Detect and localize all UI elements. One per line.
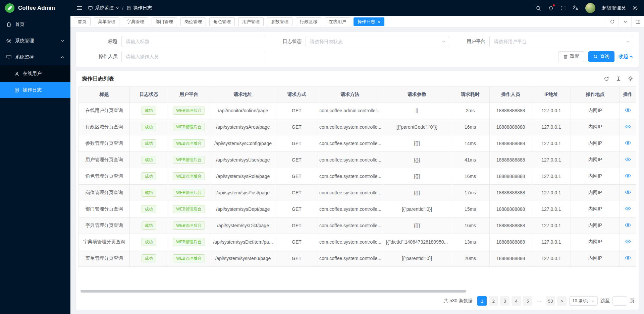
- notification-bell-icon[interactable]: [548, 5, 554, 11]
- topbar-left: 系统监控 / 操作日志: [76, 5, 152, 11]
- column-header: IP地址: [532, 87, 571, 103]
- page-button[interactable]: 53: [546, 296, 555, 306]
- tab[interactable]: 行政区域: [296, 17, 321, 26]
- cell-action: [620, 201, 636, 217]
- tab-label: 操作日志: [358, 19, 375, 25]
- tab[interactable]: 在线用户: [325, 17, 350, 26]
- table-row: 角色管理分页查询成功WEB管理后台/api/system/sysRole/pag…: [79, 168, 636, 185]
- cell-status: 成功: [130, 168, 168, 185]
- cell-status: 成功: [130, 201, 168, 217]
- tab[interactable]: 角色管理: [209, 17, 235, 26]
- cell-params: [{}]: [383, 168, 451, 185]
- sidebar: Coffee Admin 首页 系统管理 系统监控 在线用户: [0, 0, 70, 314]
- chevron-up-icon: [60, 55, 64, 59]
- sidebar-item-home[interactable]: 首页: [0, 16, 70, 33]
- column-header: 标题: [79, 87, 130, 103]
- tab-close-icon[interactable]: ×: [377, 19, 380, 24]
- eye-icon: [625, 124, 631, 129]
- cell-platform: WEB管理后台: [168, 135, 210, 152]
- jump-page-input[interactable]: [612, 296, 627, 306]
- view-detail-button[interactable]: [625, 206, 631, 211]
- user-platform-select[interactable]: [489, 36, 633, 47]
- sidebar-item-label: 系统管理: [15, 38, 34, 44]
- cell-ip: 127.0.0.1: [532, 135, 571, 152]
- operator-input[interactable]: [121, 51, 265, 62]
- tab[interactable]: 字典管理: [123, 17, 148, 26]
- log-list-header: 操作日志列表: [78, 71, 636, 86]
- reset-button[interactable]: 重置: [558, 51, 584, 62]
- page-button[interactable]: 5: [523, 296, 532, 306]
- fullscreen-icon[interactable]: [560, 5, 566, 11]
- page-button[interactable]: 2: [489, 296, 498, 306]
- cell-platform: WEB管理后台: [168, 217, 210, 234]
- next-page-button[interactable]: >: [557, 296, 567, 306]
- cell-params: [{}]: [383, 135, 451, 152]
- cell-location: 内网IP: [571, 119, 620, 135]
- filter-row-2: 操作人员 重置 查询: [81, 51, 633, 62]
- view-detail-button[interactable]: [625, 174, 631, 178]
- search-button[interactable]: 查询: [588, 51, 614, 62]
- jump-suffix-text: 页: [630, 298, 635, 304]
- cell-url: /api/system/sysRole/page: [210, 168, 276, 185]
- collapse-filter-link[interactable]: 收起: [619, 54, 633, 60]
- cell-method: GET: [276, 234, 317, 250]
- tab[interactable]: 用户管理: [238, 17, 264, 26]
- view-detail-button[interactable]: [625, 157, 631, 162]
- logo[interactable]: Coffee Admin: [0, 0, 70, 16]
- cell-url: /api/system/sysArea/page: [210, 119, 276, 135]
- row-height-icon[interactable]: [616, 76, 621, 81]
- username[interactable]: 超级管理员: [602, 5, 626, 11]
- tab[interactable]: 部门管理: [152, 17, 177, 26]
- table-refresh-icon[interactable]: [604, 76, 609, 81]
- layout-panel-icon[interactable]: [631, 16, 644, 27]
- tab[interactable]: 参数管理: [267, 17, 292, 26]
- view-detail-button[interactable]: [625, 223, 631, 227]
- cell-platform: WEB管理后台: [168, 152, 210, 168]
- log-status-select[interactable]: [306, 36, 449, 47]
- page-size-select[interactable]: 10 条/页: [569, 296, 598, 306]
- sidebar-menu: 首页 系统管理 系统监控 在线用户 操作日志: [0, 16, 70, 98]
- tab[interactable]: 菜单管理: [94, 17, 119, 26]
- page-button[interactable]: 3: [500, 296, 509, 306]
- sidebar-item-system-monitor[interactable]: 系统监控: [0, 49, 70, 65]
- tab[interactable]: 首页: [74, 17, 91, 26]
- cell-status: 成功: [130, 234, 168, 250]
- cell-ip: 127.0.0.1: [532, 119, 571, 135]
- topbar: 系统监控 / 操作日志: [70, 0, 644, 16]
- monitor-icon: [6, 54, 12, 60]
- settings-gear-icon[interactable]: [632, 5, 638, 11]
- page-button[interactable]: 1: [477, 296, 487, 306]
- tab-active[interactable]: 操作日志×: [354, 17, 384, 26]
- tab-options-chevron-icon[interactable]: [619, 16, 631, 27]
- cell-platform: WEB管理后台: [168, 185, 210, 201]
- refresh-icon[interactable]: [606, 16, 619, 27]
- view-detail-button[interactable]: [625, 141, 631, 145]
- view-detail-button[interactable]: [625, 108, 631, 112]
- tab-label: 用户管理: [242, 19, 260, 25]
- title-input[interactable]: [121, 36, 265, 47]
- view-detail-button[interactable]: [625, 256, 631, 260]
- platform-badge: WEB管理后台: [173, 172, 205, 180]
- table-row: 字典管理分页查询成功WEB管理后台/api/system/sysDict/pag…: [79, 217, 636, 234]
- column-settings-gear-icon[interactable]: [628, 76, 633, 81]
- cell-title: 在线用户分页查询: [79, 103, 130, 119]
- page-button[interactable]: 4: [512, 296, 521, 306]
- search-icon[interactable]: [536, 5, 541, 11]
- avatar[interactable]: [585, 3, 595, 13]
- translate-icon[interactable]: [573, 5, 579, 11]
- sidebar-item-online-users[interactable]: 在线用户: [0, 65, 70, 82]
- cell-platform: WEB管理后台: [168, 103, 210, 119]
- pager-ellipsis[interactable]: ···: [534, 296, 544, 306]
- online-user-icon: [14, 71, 19, 76]
- tab[interactable]: 岗位管理: [180, 17, 206, 26]
- horizontal-scrollbar-thumb[interactable]: [80, 290, 466, 293]
- sidebar-item-operation-log[interactable]: 操作日志: [0, 82, 70, 98]
- sidebar-collapse-icon[interactable]: [76, 5, 83, 11]
- view-detail-button[interactable]: [625, 124, 631, 129]
- sidebar-item-system-management[interactable]: 系统管理: [0, 33, 70, 49]
- breadcrumb-item-monitor[interactable]: 系统监控: [88, 5, 119, 11]
- view-detail-button[interactable]: [625, 239, 631, 244]
- view-detail-button[interactable]: [625, 190, 631, 194]
- cell-title: 部门管理分页查询: [79, 201, 130, 217]
- status-badge: 成功: [142, 123, 156, 131]
